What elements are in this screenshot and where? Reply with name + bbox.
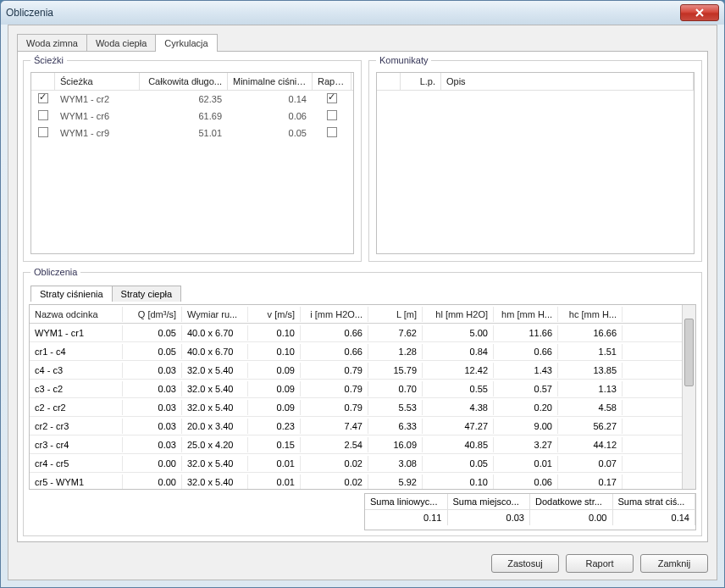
messages-grid[interactable]: L.p. Opis [376, 72, 695, 254]
tab-straty-cisnienia[interactable]: Straty ciśnienia [30, 286, 113, 302]
paths-row[interactable]: WYM1 - cr262.350.14 [31, 91, 353, 108]
cell-v: 0.01 [248, 474, 301, 490]
cell-i: 0.02 [301, 474, 368, 490]
tab-woda-zimna[interactable]: Woda zimna [17, 34, 87, 52]
checkbox-icon[interactable] [327, 110, 337, 120]
row-check[interactable] [31, 92, 55, 107]
col-hm[interactable]: hm [mm H... [494, 307, 558, 322]
button-bar: Zastosuj Raport Zamknij [491, 554, 708, 573]
cell-q: 0.05 [123, 344, 182, 359]
cell-hc: 44.12 [558, 437, 623, 452]
checkbox-icon[interactable] [38, 93, 48, 103]
calc-row[interactable]: c3 - c20.0332.0 x 5.400.090.790.700.550.… [30, 380, 682, 398]
cell-L: 5.53 [368, 400, 423, 415]
cell-q: 0.03 [123, 437, 182, 452]
col-dim[interactable]: Wymiar ru... [182, 307, 248, 322]
col-hl[interactable]: hl [mm H2O] [423, 307, 494, 322]
cell-q: 0.00 [123, 456, 182, 471]
row-raport[interactable] [313, 92, 351, 107]
calc-row[interactable]: cr3 - cr40.0325.0 x 4.200.152.5416.0940.… [30, 435, 682, 454]
cell-hl: 47.27 [423, 419, 494, 434]
cell-v: 0.01 [248, 456, 301, 471]
cell-i: 0.79 [301, 363, 368, 378]
inner-tabs: Straty ciśnienia Straty ciepła [30, 286, 695, 302]
row-check[interactable] [31, 125, 55, 141]
cell-dim: 40.0 x 6.70 [182, 325, 248, 341]
cell-hm: 0.57 [494, 381, 558, 397]
row-path-name: WYM1 - cr6 [55, 109, 140, 123]
scroll-thumb[interactable] [684, 319, 694, 386]
col-path[interactable]: Ścieżka [55, 73, 140, 90]
sum-col-1[interactable]: Suma liniowyc... [365, 494, 448, 509]
calc-row[interactable]: cr2 - cr30.0320.0 x 3.400.237.476.3347.2… [30, 417, 682, 435]
apply-button[interactable]: Zastosuj [491, 554, 559, 573]
paths-row[interactable]: WYM1 - cr951.010.05 [31, 125, 353, 141]
row-check[interactable] [31, 108, 55, 124]
titlebar[interactable]: Obliczenia [1, 1, 724, 25]
tab-woda-ciepla[interactable]: Woda ciepła [86, 34, 156, 52]
cell-name: WYM1 - cr1 [30, 325, 123, 341]
col-L[interactable]: L [m] [368, 307, 423, 322]
tab-label: Straty ciśnienia [40, 289, 103, 299]
col-totlen[interactable]: Całkowita długo... [140, 73, 228, 90]
window-title: Obliczenia [6, 7, 53, 19]
checkbox-icon[interactable] [327, 127, 337, 137]
col-v[interactable]: v [m/s] [248, 307, 301, 322]
tab-cyrkulacja[interactable]: Cyrkulacja [155, 34, 217, 52]
col-raport[interactable]: Raport [313, 73, 351, 90]
sum-col-4[interactable]: Suma strat ciś... [613, 494, 696, 509]
checkbox-icon[interactable] [38, 127, 48, 137]
cell-i: 2.54 [301, 437, 368, 452]
cell-L: 1.28 [368, 344, 423, 359]
cell-name: cr2 - cr3 [30, 419, 123, 434]
cell-hl: 4.38 [423, 400, 494, 415]
col-lp[interactable]: L.p. [401, 73, 441, 90]
calc-grid[interactable]: Nazwa odcinkaQ [dm³/s]Wymiar ru...v [m/s… [29, 304, 696, 490]
cell-L: 3.08 [368, 456, 423, 471]
calc-grid-body: Nazwa odcinkaQ [dm³/s]Wymiar ru...v [m/s… [30, 305, 682, 489]
col-hc[interactable]: hc [mm H... [558, 307, 623, 322]
close-button[interactable] [680, 4, 719, 21]
sum-col-2[interactable]: Suma miejsco... [448, 494, 531, 509]
vertical-scrollbar[interactable] [682, 305, 695, 489]
col-opis[interactable]: Opis [441, 73, 694, 90]
paths-grid-head: Ścieżka Całkowita długo... Minimalne ciś… [31, 73, 353, 91]
row-raport[interactable] [313, 125, 351, 141]
calc-row[interactable]: WYM1 - cr10.0540.0 x 6.700.100.667.625.0… [30, 324, 682, 342]
row-raport[interactable] [313, 108, 351, 124]
button-label: Raport [585, 558, 613, 569]
checkbox-icon[interactable] [38, 110, 48, 120]
col-minp[interactable]: Minimalne ciśnie... [228, 73, 313, 90]
col-check[interactable] [31, 73, 55, 90]
cell-name: cr5 - WYM1 [30, 474, 123, 490]
raport-button[interactable]: Raport [566, 554, 634, 573]
main-tabs: Woda zimna Woda ciepła Cyrkulacja [17, 34, 708, 52]
checkbox-icon[interactable] [327, 93, 337, 103]
cell-name: cr1 - c4 [30, 344, 123, 359]
col-blank[interactable] [377, 73, 401, 90]
calc-row[interactable]: cr1 - c40.0540.0 x 6.700.100.661.280.840… [30, 342, 682, 361]
cell-hl: 12.42 [423, 363, 494, 378]
sum-col-3[interactable]: Dodatkowe str... [530, 494, 613, 509]
client-area: Woda zimna Woda ciepła Cyrkulacja Ścieżk… [8, 25, 717, 580]
calc-row[interactable]: c2 - cr20.0332.0 x 5.400.090.795.534.380… [30, 398, 682, 417]
cell-name: c2 - cr2 [30, 400, 123, 415]
cell-v: 0.09 [248, 400, 301, 415]
col-q[interactable]: Q [dm³/s] [123, 307, 182, 322]
close-dialog-button[interactable]: Zamknij [640, 554, 708, 573]
row-totlen: 51.01 [140, 126, 228, 140]
cell-L: 6.33 [368, 419, 423, 434]
paths-row[interactable]: WYM1 - cr661.690.06 [31, 108, 353, 125]
calc-row[interactable]: c4 - c30.0332.0 x 5.400.090.7915.7912.42… [30, 361, 682, 380]
cell-dim: 32.0 x 5.40 [182, 381, 248, 397]
calc-row[interactable]: cr4 - cr50.0032.0 x 5.400.010.023.080.05… [30, 454, 682, 473]
cell-hl: 0.84 [423, 344, 494, 359]
paths-grid[interactable]: Ścieżka Całkowita długo... Minimalne ciś… [30, 72, 354, 254]
calc-row[interactable]: cr5 - WYM10.0032.0 x 5.400.010.025.920.1… [30, 473, 682, 489]
cell-L: 0.70 [368, 381, 423, 397]
cell-v: 0.09 [248, 363, 301, 378]
tab-straty-ciepla[interactable]: Straty ciepła [112, 286, 182, 302]
col-i[interactable]: i [mm H2O... [301, 307, 368, 322]
cell-q: 0.03 [123, 363, 182, 378]
col-name[interactable]: Nazwa odcinka [30, 307, 123, 322]
